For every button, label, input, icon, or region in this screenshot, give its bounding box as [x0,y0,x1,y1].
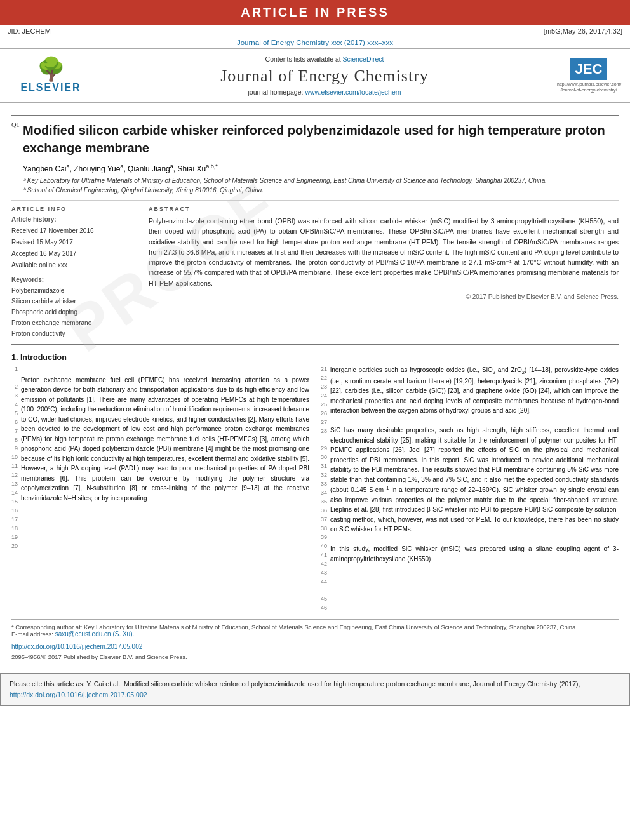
jec-logo: JEC http://www.journals.elsevier.com/Jou… [557,58,620,93]
doi-section: http://dx.doi.org/10.1016/j.jechem.2017.… [11,641,619,660]
received-date: Received 17 November 2016 [11,225,138,237]
available-date: Available online xxx [11,260,138,271]
article-info-abstract: ARTICLE INFO Article history: Received 1… [11,206,619,339]
elsevier-logo: 🌳 ELSEVIER [10,58,92,93]
citation-doi-link[interactable]: http://dx.doi.org/10.1016/j.jechem.2017.… [10,691,147,698]
article-info-label: ARTICLE INFO [11,206,138,212]
author-qianlu: Qianlu Jianga [128,164,173,173]
intro-left-lines: 1 2 3 4 5 6 7 8 9 10 11 12 13 [11,365,309,551]
line-numbers-left: 1 2 3 4 5 6 7 8 9 10 11 12 13 [11,365,18,551]
article-title: Modified silicon carbide whisker reinfor… [23,121,619,157]
revised-date: Revised 15 May 2017 [11,237,138,248]
keyword-5: Proton conductivity [11,328,138,339]
keyword-4: Proton exchange membrane [11,317,138,328]
citation-bar: Please cite this article as: Y. Cai et a… [0,673,630,706]
q1-marker: Q1 [11,121,20,128]
elsevier-wordmark: ELSEVIER [10,82,92,93]
journal-homepage: journal homepage: www.elsevier.com/locat… [92,88,557,96]
keyword-2: Silicon carbide whisker [11,296,138,307]
mid-divider [11,200,619,201]
top-divider [11,115,619,116]
author-yangben: Yangben Caia [23,164,70,173]
author-zhouying: Zhouying Yuea [74,164,123,173]
article-info-col: ARTICLE INFO Article history: Received 1… [11,206,138,339]
history-label: Article history: [11,216,138,223]
article-in-press-banner: ARTICLE IN PRESS [0,0,630,25]
homepage-link[interactable]: www.elsevier.com/locate/jechem [305,88,401,96]
author-shiai: Shiai Xua,b,* [177,164,217,173]
affiliation-a: ᵃ Key Laboratory for Ultrafine Materials… [23,176,619,185]
doi-copyright: 2095-4956/© 2017 Published by Elsevier B… [11,653,619,660]
intro-heading-text: 1. Introduction [11,353,67,362]
abstract-label: ABSTRACT [149,206,619,212]
keywords-label: Keywords: [11,276,138,283]
jid-left: JID: JECHEM [8,27,51,35]
keyword-3: Phosphoric acid doping [11,307,138,317]
elsevier-tree-icon: 🌳 [10,58,92,81]
introduction-section: 1. Introduction 1 2 3 4 5 6 7 8 9 [11,353,619,613]
banner-text: ARTICLE IN PRESS [241,5,389,19]
keywords-list: Polybenzimidazole Silicon carbide whiske… [11,285,138,339]
intro-two-col: 1 2 3 4 5 6 7 8 9 10 11 12 13 [11,365,619,613]
journal-title: Journal of Energy Chemistry [92,67,557,86]
affiliations: ᵃ Key Laboratory for Ultrafine Materials… [23,176,619,195]
footnote-section: * Corresponding author at: Key Laborator… [11,619,619,637]
email-label: E-mail address: [11,630,53,637]
citation-text: Please cite this article as: Y. Cai et a… [10,680,580,688]
intro-left-text: Proton exchange membrane fuel cell (PEMF… [21,365,309,551]
header-center: Contents lists available at ScienceDirec… [92,55,557,96]
abstract-copyright: © 2017 Published by Elsevier B.V. and Sc… [149,293,619,300]
corresponding-author-note: * Corresponding author at: Key Laborator… [11,623,619,630]
journal-header: 🌳 ELSEVIER Contents lists available at S… [0,48,630,103]
jec-sub-text: http://www.journals.elsevier.com/Journal… [557,81,620,93]
affiliation-b: ᵇ School of Chemical Engineering, Qingha… [23,185,619,195]
contents-available: Contents lists available at ScienceDirec… [92,55,557,63]
email-line: E-mail address: saxu@ecust.edu.cn (S. Xu… [11,630,619,637]
intro-heading: 1. Introduction [11,353,619,362]
email-link[interactable]: saxu@ecust.edu.cn (S. Xu). [55,630,135,637]
keyword-1: Polybenzimidazole [11,285,138,296]
line-numbers-right: 21 22 23 24 25 26 27 28 29 30 31 32 33 [321,365,327,613]
intro-right-text: inorganic particles such as hygroscopic … [330,365,619,613]
intro-right-col: 21 22 23 24 25 26 27 28 29 30 31 32 33 [321,365,619,613]
intro-right-lines: 21 22 23 24 25 26 27 28 29 30 31 32 33 [321,365,619,613]
journal-subtitle: Journal of Energy Chemistry xxx (2017) x… [0,37,630,48]
accepted-date: Accepted 16 May 2017 [11,248,138,260]
title-section: Q1 Modified silicon carbide whisker rein… [23,121,619,157]
abstract-text: Polybenzimidazole containing ether bond … [149,216,619,288]
abstract-col: ABSTRACT Polybenzimidazole containing et… [149,206,619,339]
doi-link[interactable]: http://dx.doi.org/10.1016/j.jechem.2017.… [11,643,142,650]
jec-box: JEC [570,58,608,80]
intro-left-col: 1 2 3 4 5 6 7 8 9 10 11 12 13 [11,365,309,613]
jid-bar: JID: JECHEM [m5G;May 26, 2017;4:32] [0,25,630,37]
article-dates: Received 17 November 2016 Revised 15 May… [11,225,138,271]
jid-right: [m5G;May 26, 2017;4:32] [544,27,622,35]
main-content: PROOF Q1 Modified silicon carbide whiske… [0,103,630,667]
sciencedirect-link[interactable]: ScienceDirect [343,55,384,63]
authors-line: Yangben Caia, Zhouying Yuea, Qianlu Jian… [23,163,619,173]
bottom-divider [11,344,619,345]
